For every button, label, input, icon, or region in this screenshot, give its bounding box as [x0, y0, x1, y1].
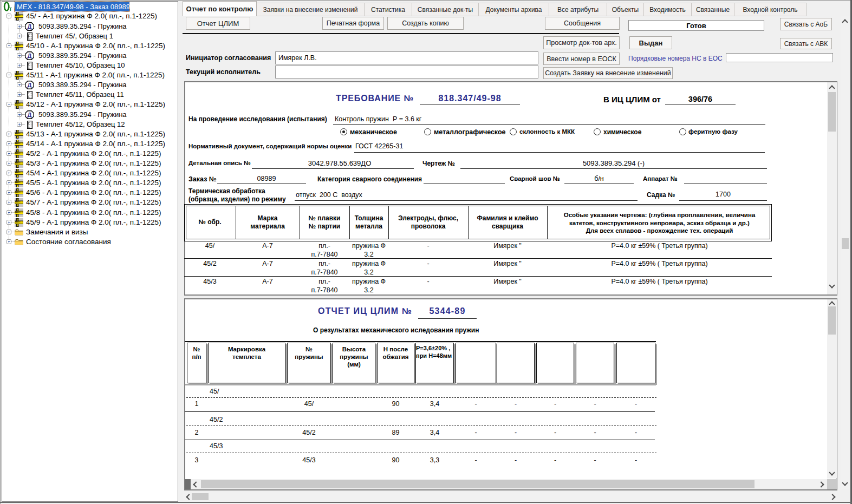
svg-text:т: т: [9, 5, 12, 12]
